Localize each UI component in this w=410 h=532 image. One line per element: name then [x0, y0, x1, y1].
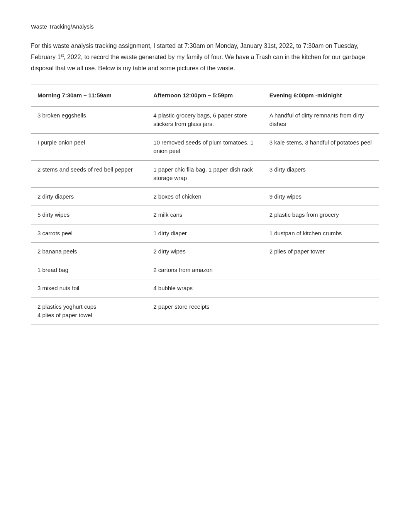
cell-afternoon-1: 4 plastic grocery bags, 6 paper store st…: [147, 106, 263, 133]
cell-morning-2: I purple onion peel: [31, 133, 147, 160]
cell-morning-1: 3 broken eggshells: [31, 106, 147, 133]
cell-morning-3: 2 stems and seeds of red bell pepper: [31, 160, 147, 187]
cell-evening-2: 3 kale stems, 3 handful of potatoes peel: [263, 133, 379, 160]
header-afternoon: Afternoon 12:00pm – 5:59pm: [147, 85, 263, 107]
cell-morning-10-text: 2 plastics yoghurt cups4 plies of paper …: [37, 303, 97, 319]
cell-morning-7: 2 banana peels: [31, 243, 147, 261]
cell-evening-1: A handful of dirty remnants from dirty d…: [263, 106, 379, 133]
cell-evening-4: 9 dirty wipes: [263, 187, 379, 206]
table-row: 3 mixed nuts foil 4 bubble wraps: [31, 279, 379, 298]
table-header-row: Morning 7:30am – 11:59am Afternoon 12:00…: [31, 85, 379, 107]
cell-evening-5: 2 plastic bags from grocery: [263, 206, 379, 224]
cell-morning-10: 2 plastics yoghurt cups4 plies of paper …: [31, 297, 147, 325]
page-title: Waste Tracking/Analysis: [31, 23, 379, 30]
cell-morning-6: 3 carrots peel: [31, 224, 147, 243]
cell-evening-8: [263, 261, 379, 279]
cell-evening-9: [263, 279, 379, 298]
header-morning: Morning 7:30am – 11:59am: [31, 85, 147, 107]
cell-afternoon-5: 2 milk cans: [147, 206, 263, 224]
table-row: 3 carrots peel 1 dirty diaper 1 dustpan …: [31, 224, 379, 243]
cell-morning-4: 2 dirty diapers: [31, 187, 147, 206]
cell-afternoon-8: 2 cartons from amazon: [147, 261, 263, 279]
cell-morning-8: 1 bread bag: [31, 261, 147, 279]
cell-evening-3: 3 dirty diapers: [263, 160, 379, 187]
cell-evening-10: [263, 297, 379, 325]
cell-afternoon-10: 2 paper store receipts: [147, 297, 263, 325]
cell-morning-5: 5 dirty wipes: [31, 206, 147, 224]
header-evening: Evening 6:00pm -midnight: [263, 85, 379, 107]
intro-paragraph: For this waste analysis tracking assignm…: [31, 41, 379, 74]
cell-afternoon-2: 10 removed seeds of plum tomatoes, 1 oni…: [147, 133, 263, 160]
cell-afternoon-6: 1 dirty diaper: [147, 224, 263, 243]
table-row: 5 dirty wipes 2 milk cans 2 plastic bags…: [31, 206, 379, 224]
table-row: 2 dirty diapers 2 boxes of chicken 9 dir…: [31, 187, 379, 206]
table-row: 1 bread bag 2 cartons from amazon: [31, 261, 379, 279]
table-row: 2 plastics yoghurt cups4 plies of paper …: [31, 297, 379, 325]
cell-afternoon-7: 2 dirty wipes: [147, 243, 263, 261]
cell-afternoon-4: 2 boxes of chicken: [147, 187, 263, 206]
cell-evening-7: 2 plies of paper tower: [263, 243, 379, 261]
cell-afternoon-9: 4 bubble wraps: [147, 279, 263, 298]
table-row: 3 broken eggshells 4 plastic grocery bag…: [31, 106, 379, 133]
waste-table: Morning 7:30am – 11:59am Afternoon 12:00…: [31, 85, 379, 325]
cell-morning-9: 3 mixed nuts foil: [31, 279, 147, 298]
cell-evening-6: 1 dustpan of kitchen crumbs: [263, 224, 379, 243]
table-row: 2 stems and seeds of red bell pepper 1 p…: [31, 160, 379, 187]
table-row: 2 banana peels 2 dirty wipes 2 plies of …: [31, 243, 379, 261]
table-row: I purple onion peel 10 removed seeds of …: [31, 133, 379, 160]
cell-afternoon-3: 1 paper chic fila bag, 1 paper dish rack…: [147, 160, 263, 187]
